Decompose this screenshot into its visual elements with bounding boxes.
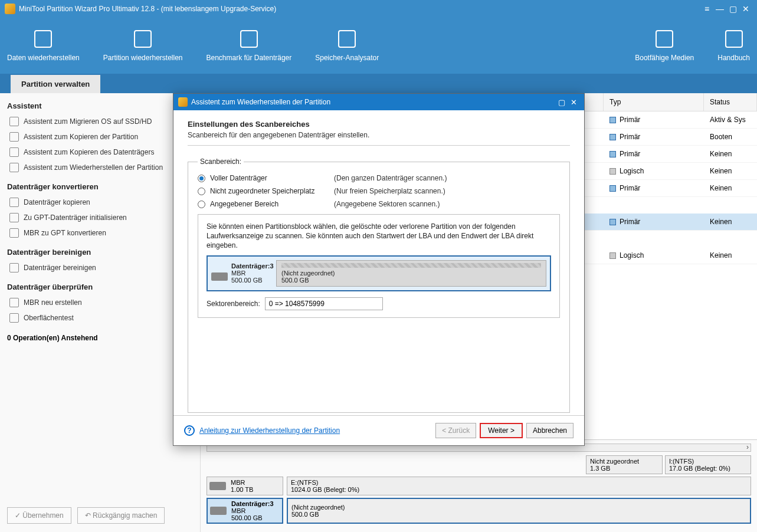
dialog-heading: Einstellungen des Scanbereiches bbox=[188, 120, 570, 129]
dialog-titlebar: Assistent zum Wiederherstellen der Parti… bbox=[173, 94, 584, 110]
radio-full-disk[interactable]: Voller Datenträger(Den ganzen Datenträge… bbox=[198, 174, 560, 182]
radio-icon bbox=[198, 188, 205, 195]
dialog-title: Assistent zum Wiederherstellen der Parti… bbox=[191, 98, 330, 106]
dialog-close-icon[interactable]: ✕ bbox=[568, 98, 579, 107]
sector-range-label: Sektorenbereich: bbox=[207, 300, 260, 308]
help-link[interactable]: Anleitung zur Wiederherstellung der Part… bbox=[199, 426, 340, 435]
range-info-box: Sie könnten einen Partitionsblock wählen… bbox=[198, 214, 560, 318]
radio-specified-range[interactable]: Angegebener Bereich(Angegebene Sektoren … bbox=[198, 200, 560, 208]
dialog-footer: ? Anleitung zur Wiederherstellung der Pa… bbox=[173, 415, 584, 445]
help-icon[interactable]: ? bbox=[184, 425, 195, 436]
selected-disk-visual[interactable]: Datenträger:3MBR500.00 GB (Nicht zugeord… bbox=[207, 255, 551, 291]
sector-range-input[interactable] bbox=[265, 297, 383, 310]
hdd-icon bbox=[211, 272, 228, 281]
cancel-button[interactable]: Abbrechen bbox=[526, 423, 574, 438]
range-info-text: Sie könnten einen Partitionsblock wählen… bbox=[207, 222, 551, 251]
scan-range-fieldset: Scanbereich: Voller Datenträger(Den ganz… bbox=[188, 157, 570, 413]
radio-icon bbox=[198, 201, 205, 208]
radio-unallocated[interactable]: Nicht zugeordneter Speicherplatz(Nur fre… bbox=[198, 187, 560, 195]
scan-range-legend: Scanbereich: bbox=[198, 157, 244, 166]
recovery-wizard-dialog: Assistent zum Wiederherstellen der Parti… bbox=[173, 93, 585, 446]
back-button[interactable]: < Zurück bbox=[435, 423, 476, 438]
dialog-app-icon bbox=[178, 97, 188, 107]
radio-icon bbox=[198, 175, 205, 182]
dialog-subtitle: Scanbereich für den angegebenen Datenträ… bbox=[188, 131, 570, 139]
modal-backdrop: Assistent zum Wiederherstellen der Parti… bbox=[0, 0, 757, 532]
next-button[interactable]: Weiter > bbox=[480, 423, 523, 438]
dialog-maximize-icon[interactable]: ▢ bbox=[556, 98, 568, 107]
